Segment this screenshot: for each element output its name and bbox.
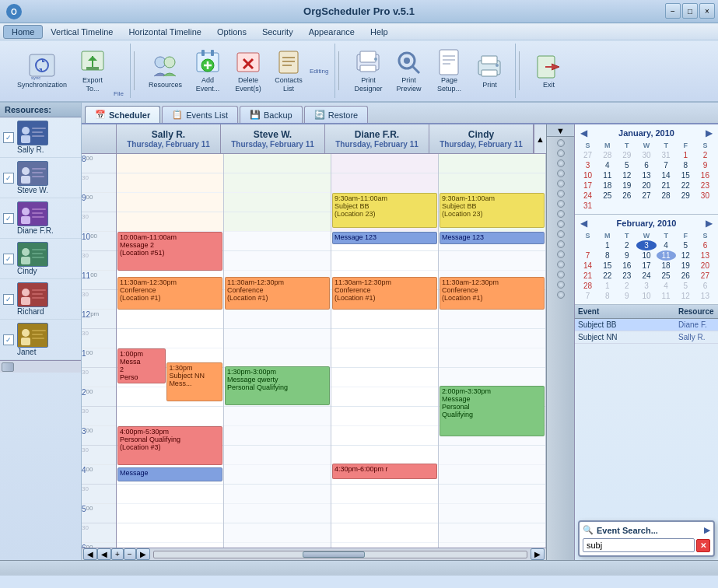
slot-sally-5-30[interactable] (117, 523, 223, 543)
cal-day[interactable]: 19 (617, 180, 636, 191)
resource-steve[interactable]: ✓ Steve W. (0, 158, 81, 198)
event-diane-3[interactable]: 11:30am-12:30pmConference(Location #1) (332, 277, 437, 310)
feb-day-selected[interactable]: 11 (657, 250, 676, 261)
slot-sally-8-30[interactable] (117, 173, 223, 193)
tab-events-list[interactable]: 📋 Events List (162, 106, 238, 123)
feb-day[interactable]: 22 (597, 271, 617, 281)
event-cindy-4[interactable]: 2:00pm-3:30pmMessagePersonalQualifying (440, 386, 545, 436)
slot-sally-12-00[interactable] (117, 310, 223, 329)
event-search-expand-button[interactable]: ▶ (704, 526, 710, 534)
tab-scheduler[interactable]: 📅 Scheduler (85, 106, 160, 123)
resource-sally[interactable]: ✓ Sally R. (0, 117, 81, 158)
slot-sally-9-00[interactable] (117, 193, 223, 212)
scroll-down-arrow[interactable]: ▼ (547, 124, 574, 137)
feb-day[interactable]: 12 (676, 250, 695, 261)
feb-day[interactable]: 28 (578, 281, 597, 291)
h-scroll-end[interactable]: ▶ (531, 548, 545, 560)
print-preview-button[interactable]: PrintPreview (389, 45, 428, 96)
cal-day[interactable]: 28 (657, 191, 676, 201)
add-event-button[interactable]: AddEvent... (188, 45, 227, 96)
event-list-row-1[interactable]: Subject BB Diane F. (575, 319, 718, 331)
menu-options[interactable]: Options (209, 26, 254, 38)
cal-day[interactable]: 4 (597, 160, 617, 170)
cal-day[interactable]: 23 (695, 180, 715, 191)
menu-appearance[interactable]: Appearance (301, 26, 363, 38)
feb-day[interactable]: 7 (578, 291, 597, 301)
event-cindy-2[interactable]: Message 123 (440, 232, 545, 244)
slot-sally-2-30[interactable] (117, 407, 223, 426)
cal-day[interactable]: 2 (695, 150, 715, 160)
event-steve-2[interactable]: 1:30pm-3:00pmMessage qwertyPersonal Qual… (225, 366, 330, 405)
feb-day[interactable]: 19 (676, 261, 695, 271)
feb-day[interactable]: 4 (657, 240, 676, 250)
menu-security[interactable]: Security (254, 26, 301, 38)
resource-cindy[interactable]: ✓ Cindy (0, 239, 81, 279)
cal-day[interactable]: 31 (578, 201, 597, 211)
schedule-scroll-area[interactable]: 8 00 30 9 00 30 10 00 30 11 00 30 (82, 154, 546, 548)
resource-steve-checkbox[interactable]: ✓ (3, 173, 14, 184)
feb-day[interactable]: 11 (657, 291, 676, 301)
event-sally-6[interactable]: Message (117, 467, 222, 481)
h-scroll-thumb[interactable] (303, 551, 365, 558)
cal-day[interactable]: 15 (676, 170, 695, 180)
event-cindy-3[interactable]: 11:30am-12:30pmConference(Location #1) (440, 277, 545, 310)
event-steve-1[interactable]: 11:30am-12:30pmConference(Location #1) (225, 277, 330, 310)
resource-cindy-checkbox[interactable]: ✓ (3, 254, 14, 264)
event-sally-1[interactable]: 10:00am-11:00amMessage 2(Location #51) (117, 232, 222, 271)
event-diane-1[interactable]: 9:30am-11:00amSubject BB(Location 23) (332, 193, 437, 228)
cal-day[interactable]: 20 (636, 180, 656, 191)
cal-day[interactable]: 8 (676, 160, 695, 170)
slot-sally-6-00[interactable] (117, 543, 223, 548)
feb-day[interactable]: 16 (617, 261, 636, 271)
print-button[interactable]: Print (470, 50, 509, 93)
cal-day[interactable]: 13 (636, 170, 656, 180)
event-sally-3[interactable]: 1:00pmMessa2Perso (117, 348, 166, 383)
cal-day[interactable]: 30 (636, 150, 656, 160)
event-diane-4[interactable]: 4:30pm-6:00pm r (332, 464, 437, 479)
sync-button[interactable]: sync Synchronization (12, 50, 72, 93)
h-scroll-bar[interactable]: ◀ ◀ + − ▶ ▶ (82, 548, 546, 560)
feb-day[interactable]: 10 (636, 250, 656, 261)
mini-cal-feb-next-button[interactable]: ▶ (703, 218, 715, 229)
scroll-up-button[interactable]: ▲ (534, 124, 546, 153)
resource-janet[interactable]: ✓ Janet (0, 320, 81, 360)
cal-day[interactable]: 12 (617, 170, 636, 180)
cal-day[interactable]: 27 (636, 191, 656, 201)
resource-diane-checkbox[interactable]: ✓ (3, 213, 14, 224)
mini-cal-prev-button[interactable]: ◀ (578, 128, 590, 138)
menu-home[interactable]: Home (3, 25, 43, 39)
mini-cal-next-button[interactable]: ▶ (703, 128, 715, 138)
cal-day[interactable]: 29 (676, 191, 695, 201)
feb-day[interactable]: 6 (695, 281, 715, 291)
h-scroll-plus[interactable]: + (111, 548, 124, 560)
slot-sally-4-30[interactable] (117, 485, 223, 504)
menu-vertical-timeline[interactable]: Vertical Timeline (43, 26, 121, 38)
cal-day[interactable]: 3 (578, 160, 597, 170)
event-diane-2[interactable]: Message 123 (332, 232, 437, 244)
tab-backup[interactable]: 💾 Backup (240, 106, 303, 123)
resources-button[interactable]: Resources (144, 50, 187, 93)
resource-janet-checkbox[interactable]: ✓ (3, 334, 14, 345)
resource-diane[interactable]: ✓ Diane F.R. (0, 198, 81, 239)
h-scroll-track[interactable] (153, 551, 527, 558)
minimize-button[interactable]: − (665, 3, 681, 19)
slot-sally-9-30[interactable] (117, 212, 223, 232)
delete-events-button[interactable]: DeleteEvent(s) (229, 45, 268, 96)
feb-day[interactable]: 18 (657, 261, 676, 271)
menu-help[interactable]: Help (363, 26, 396, 38)
h-scroll-minus[interactable]: − (124, 548, 136, 560)
h-scroll-next[interactable]: ▶ (136, 548, 150, 560)
cal-day[interactable]: 16 (695, 170, 715, 180)
feb-day[interactable]: 17 (636, 261, 656, 271)
contacts-list-button[interactable]: ContactsList (269, 45, 308, 96)
feb-day[interactable]: 26 (676, 271, 695, 281)
feb-day[interactable]: 4 (657, 281, 676, 291)
event-list-row-2[interactable]: Subject NN Sally R. (575, 331, 718, 344)
event-sally-4[interactable]: 1:30pmSubject NNMess... (166, 362, 222, 401)
slot-sally-12-30[interactable] (117, 329, 223, 348)
close-button[interactable]: × (699, 3, 715, 19)
cal-day[interactable]: 21 (657, 180, 676, 191)
h-scroll-prev[interactable]: ◀ (83, 548, 97, 560)
cal-day[interactable]: 31 (657, 150, 676, 160)
feb-day[interactable]: 15 (597, 261, 617, 271)
